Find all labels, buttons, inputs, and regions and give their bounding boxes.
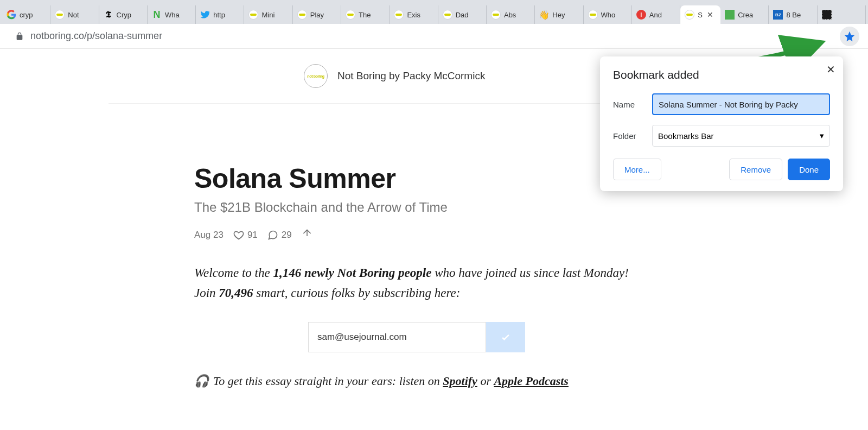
bookmark-folder-select[interactable]: Bookmarks Bar ▾ bbox=[652, 125, 830, 147]
tab-label: The bbox=[359, 11, 371, 19]
tab-close-button[interactable]: ✕ bbox=[707, 10, 713, 19]
tab-favicon bbox=[297, 10, 307, 20]
spotify-link[interactable]: Spotify bbox=[443, 374, 477, 388]
browser-tab[interactable]: Exis bbox=[390, 5, 438, 24]
tab-label: Abs bbox=[504, 11, 516, 19]
bookmark-name-input[interactable] bbox=[652, 93, 830, 115]
browser-tab-strip: crypNot𝕿CrypNWhahttpMiniPlayTheExisDadAb… bbox=[0, 0, 868, 24]
popover-title: Bookmark added bbox=[613, 68, 830, 81]
article: Solana Summer The $21B Blockchain and th… bbox=[194, 119, 639, 388]
tab-favicon: BZ bbox=[773, 10, 783, 20]
bookmark-popover: ✕ Bookmark added Name Folder Bookmarks B… bbox=[600, 56, 843, 191]
tab-favicon bbox=[491, 10, 501, 20]
site-logo[interactable]: not boring bbox=[304, 64, 328, 88]
subscribe-widget bbox=[308, 322, 525, 352]
tab-favicon bbox=[725, 10, 735, 20]
browser-tab[interactable] bbox=[818, 5, 866, 24]
headphones-icon: 🎧 bbox=[194, 374, 209, 388]
address-bar-row: notboring.co/p/solana-summer bbox=[0, 24, 868, 49]
browser-tab-active[interactable]: S✕ bbox=[680, 5, 720, 24]
chevron-down-icon: ▾ bbox=[820, 131, 824, 141]
tab-favicon bbox=[55, 10, 65, 20]
browser-tab[interactable]: Not bbox=[50, 5, 99, 24]
article-date: Aug 23 bbox=[194, 230, 224, 241]
url-text: notboring.co/p/solana-summer bbox=[30, 30, 162, 42]
bookmark-star-button[interactable] bbox=[840, 27, 859, 46]
site-name-link[interactable]: Not Boring by Packy McCormick bbox=[337, 70, 485, 82]
listen-text: To get this essay straight in your ears:… bbox=[213, 374, 443, 388]
share-button[interactable] bbox=[302, 228, 312, 242]
folder-selected-value: Bookmarks Bar bbox=[658, 131, 714, 141]
browser-tab[interactable]: Mini bbox=[244, 5, 292, 24]
tab-label: Dad bbox=[456, 11, 469, 19]
check-icon bbox=[500, 332, 511, 343]
listen-text: or bbox=[477, 374, 494, 388]
body-text-bold: 70,496 bbox=[219, 286, 253, 300]
article-subtitle: The $21B Blockchain and the Arrow of Tim… bbox=[194, 200, 639, 215]
bookmark-name-label: Name bbox=[613, 100, 652, 109]
tab-label: Mini bbox=[261, 11, 275, 19]
body-text: smart, curious folks by subscribing here… bbox=[253, 286, 461, 300]
tab-label: Cryp bbox=[117, 11, 131, 19]
tab-label: Hey bbox=[552, 11, 565, 19]
comment-icon bbox=[267, 230, 278, 241]
share-icon bbox=[302, 228, 312, 239]
article-title: Solana Summer bbox=[194, 163, 639, 194]
browser-tab[interactable]: Play bbox=[293, 5, 341, 24]
tab-label: Play bbox=[310, 11, 324, 19]
body-text-bold: 1,146 newly Not Boring people bbox=[273, 266, 431, 280]
browser-tab[interactable]: BZ8 Be bbox=[769, 5, 817, 24]
browser-tab[interactable]: IAnd bbox=[632, 5, 680, 24]
tab-favicon bbox=[394, 10, 404, 20]
likes-count: 91 bbox=[247, 230, 258, 241]
subscribe-button[interactable] bbox=[486, 322, 525, 352]
more-button[interactable]: More... bbox=[613, 159, 661, 180]
browser-tab[interactable]: 👋Hey bbox=[535, 5, 583, 24]
tab-label: And bbox=[649, 11, 662, 19]
browser-tab[interactable]: NWha bbox=[148, 5, 196, 24]
tab-favicon bbox=[7, 10, 16, 20]
browser-tab[interactable]: http bbox=[196, 5, 244, 24]
tab-label: Who bbox=[601, 11, 616, 19]
comments-group[interactable]: 29 bbox=[267, 230, 292, 241]
browser-tab[interactable]: 𝕿Cryp bbox=[99, 5, 148, 24]
tab-favicon bbox=[588, 10, 598, 20]
tab-label: Not bbox=[68, 11, 79, 19]
article-meta: Aug 23 91 29 bbox=[194, 228, 639, 242]
lock-icon bbox=[15, 32, 24, 41]
tab-label: cryp bbox=[20, 11, 33, 19]
tab-label: Crea bbox=[738, 11, 753, 19]
browser-tab[interactable]: The bbox=[341, 5, 390, 24]
tab-favicon: I bbox=[636, 10, 646, 20]
tab-label: Exis bbox=[407, 11, 420, 19]
done-button[interactable]: Done bbox=[788, 159, 830, 180]
remove-button[interactable]: Remove bbox=[729, 159, 782, 180]
heart-icon bbox=[233, 230, 244, 241]
tab-favicon bbox=[443, 10, 452, 20]
comments-count: 29 bbox=[282, 230, 292, 241]
tab-favicon bbox=[200, 10, 210, 20]
tab-favicon: N bbox=[152, 10, 162, 20]
tab-favicon: 👋 bbox=[539, 10, 549, 20]
popover-close-button[interactable]: ✕ bbox=[826, 63, 835, 76]
likes-group[interactable]: 91 bbox=[233, 230, 258, 241]
tab-label: Wha bbox=[165, 11, 180, 19]
listen-line: 🎧 To get this essay straight in your ear… bbox=[194, 374, 639, 388]
apple-podcasts-link[interactable]: Apple Podcasts bbox=[494, 374, 569, 388]
tab-label: 8 Be bbox=[786, 11, 801, 19]
browser-tab[interactable]: Crea bbox=[720, 5, 769, 24]
tab-favicon bbox=[248, 10, 258, 20]
browser-tab[interactable]: Abs bbox=[487, 5, 535, 24]
tab-favicon: 𝕿 bbox=[104, 10, 113, 20]
tab-label: http bbox=[213, 11, 225, 19]
subscribe-email-input[interactable] bbox=[308, 322, 486, 352]
tab-favicon bbox=[822, 10, 832, 20]
browser-tab[interactable]: cryp bbox=[2, 5, 50, 24]
star-icon bbox=[844, 30, 856, 42]
address-bar[interactable]: notboring.co/p/solana-summer bbox=[9, 27, 840, 46]
tab-favicon bbox=[685, 10, 694, 20]
browser-tab[interactable]: Who bbox=[584, 5, 632, 24]
browser-tab[interactable]: Dad bbox=[438, 5, 487, 24]
tab-label: S bbox=[698, 11, 703, 19]
article-body: Welcome to the 1,146 newly Not Boring pe… bbox=[194, 263, 639, 303]
